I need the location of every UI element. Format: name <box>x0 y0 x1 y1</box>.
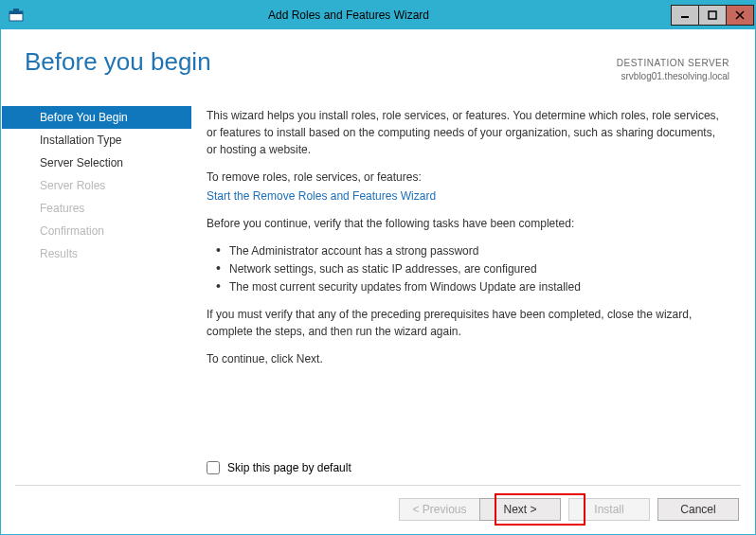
wizard-window: Add Roles and Features Wizard Before you… <box>0 0 756 535</box>
prereq-list: The Administrator account has a strong p… <box>207 242 726 295</box>
close-button[interactable] <box>726 5 754 26</box>
skip-label: Skip this page by default <box>227 461 351 474</box>
skip-checkbox[interactable] <box>207 461 220 474</box>
svg-rect-1 <box>9 11 23 14</box>
step-confirmation: Confirmation <box>2 220 191 242</box>
titlebar: Add Roles and Features Wizard <box>1 1 755 29</box>
svg-rect-2 <box>13 9 19 11</box>
prereq-item: Network settings, such as static IP addr… <box>220 260 726 277</box>
previous-button: < Previous <box>399 498 480 521</box>
prereq-item: The most current security updates from W… <box>220 278 726 295</box>
destination-label: DESTINATION SERVER <box>617 57 729 70</box>
window-controls <box>672 5 754 26</box>
footer-buttons: < Previous Next > Install Cancel <box>2 486 754 533</box>
wizard-body: Before you begin DESTINATION SERVER srvb… <box>2 30 754 533</box>
skip-page-row: Skip this page by default <box>207 461 351 474</box>
destination-server-block: DESTINATION SERVER srvblog01.thesolving.… <box>617 57 729 82</box>
steps-sidebar: Before You Begin Installation Type Serve… <box>2 102 191 480</box>
continue-note: To continue, click Next. <box>207 350 726 367</box>
app-icon <box>7 6 26 25</box>
verify-label: Before you continue, verify that the fol… <box>207 215 726 232</box>
nav-button-group: < Previous Next > <box>399 498 561 521</box>
maximize-button[interactable] <box>698 5 727 26</box>
install-button: Install <box>568 498 650 521</box>
step-results: Results <box>2 242 191 265</box>
window-title: Add Roles and Features Wizard <box>26 9 672 22</box>
main-panel: This wizard helps you install roles, rol… <box>191 102 754 480</box>
step-before-you-begin[interactable]: Before You Begin <box>2 106 191 129</box>
next-button[interactable]: Next > <box>479 498 561 521</box>
step-server-roles: Server Roles <box>2 174 191 197</box>
page-header: Before you begin DESTINATION SERVER srvb… <box>2 30 754 97</box>
svg-rect-4 <box>709 11 716 19</box>
destination-server: srvblog01.thesolving.local <box>617 70 729 83</box>
content-area: Before You Begin Installation Type Serve… <box>2 102 754 480</box>
step-features: Features <box>2 197 191 220</box>
cancel-button[interactable]: Cancel <box>657 498 739 521</box>
remove-label: To remove roles, role services, or featu… <box>207 169 726 186</box>
step-installation-type[interactable]: Installation Type <box>2 129 191 152</box>
verify-note: If you must verify that any of the prece… <box>207 306 726 340</box>
intro-paragraph: This wizard helps you install roles, rol… <box>207 107 726 158</box>
step-server-selection[interactable]: Server Selection <box>2 152 191 174</box>
minimize-button[interactable] <box>671 5 699 26</box>
remove-wizard-link[interactable]: Start the Remove Roles and Features Wiza… <box>207 189 436 203</box>
prereq-item: The Administrator account has a strong p… <box>220 242 726 259</box>
